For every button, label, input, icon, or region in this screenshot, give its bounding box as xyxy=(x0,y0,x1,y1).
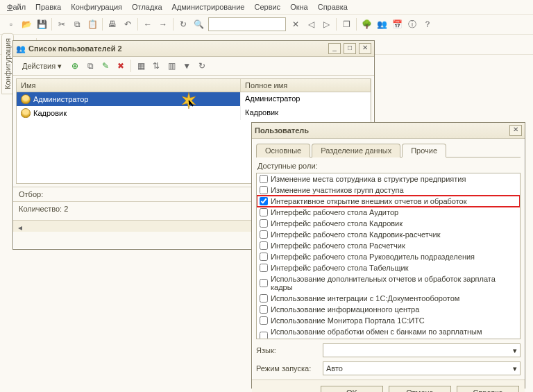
back-icon[interactable]: ← xyxy=(141,17,155,31)
scroll-left-icon[interactable]: ◂ xyxy=(13,221,27,235)
role-checkbox[interactable] xyxy=(260,332,268,339)
role-item[interactable]: Интерфейс рабочего стола Кадровик-расчет… xyxy=(257,229,520,240)
role-item[interactable]: Интерфейс рабочего стола Аудитор xyxy=(257,207,520,218)
users-icon: 👥 xyxy=(16,44,26,53)
role-item[interactable]: Использование информационного центра xyxy=(257,304,520,315)
windows-icon[interactable]: ❐ xyxy=(339,17,353,31)
role-label: Интерфейс рабочего стола Кадровик-расчет… xyxy=(271,230,441,239)
actions-menu[interactable]: Действия ▾ xyxy=(17,60,67,73)
role-checkbox[interactable] xyxy=(260,241,268,250)
sort-icon[interactable]: ⇅ xyxy=(149,59,163,73)
role-item[interactable]: Использование дополнительных отчетов и о… xyxy=(257,273,520,293)
ok-button[interactable]: OK xyxy=(321,386,383,392)
menu-windows[interactable]: Окна xyxy=(290,3,308,11)
cut-icon[interactable]: ✂ xyxy=(55,17,69,31)
edit-icon[interactable]: ✎ xyxy=(99,59,112,73)
cancel-button[interactable]: Отмена xyxy=(389,386,451,392)
user-icon xyxy=(21,94,31,104)
print-icon[interactable]: 🖶 xyxy=(105,17,119,31)
lang-field[interactable]: ▾ xyxy=(323,343,521,357)
tree-icon[interactable]: 🌳 xyxy=(359,17,373,31)
undo-icon[interactable]: ↶ xyxy=(121,17,135,31)
menu-edit[interactable]: Правка xyxy=(35,3,61,11)
role-item[interactable]: Использование Монитора Портала 1С:ИТС xyxy=(257,315,520,326)
launch-mode-field[interactable]: Авто▾ xyxy=(323,361,521,375)
dialog-tabs: Основные Разделение данных Прочие xyxy=(256,143,521,157)
role-checkbox[interactable] xyxy=(260,186,268,194)
save-icon[interactable]: 💾 xyxy=(35,17,49,31)
window-title: Список пользователей 2 xyxy=(28,44,325,53)
info-icon[interactable]: ⓘ xyxy=(405,17,419,31)
copy-icon[interactable]: ⧉ xyxy=(70,17,84,31)
forward-icon[interactable]: → xyxy=(156,17,170,31)
role-checkbox[interactable] xyxy=(260,175,268,183)
col-name[interactable]: Имя xyxy=(17,79,241,92)
role-checkbox[interactable] xyxy=(260,294,268,302)
role-item[interactable]: Интерфейс рабочего стола Табельщик xyxy=(257,262,520,273)
refresh-icon[interactable]: ↻ xyxy=(176,17,190,31)
funnel-icon[interactable]: ▼ xyxy=(180,59,194,73)
user-list-toolbar: Действия ▾ ⊕ ⧉ ✎ ✖ ▦ ⇅ ▥ ▼ ↻ xyxy=(13,57,374,76)
col-fullname[interactable]: Полное имя xyxy=(241,79,371,92)
role-checkbox[interactable] xyxy=(260,305,268,314)
menu-service[interactable]: Сервис xyxy=(254,3,280,11)
menu-help[interactable]: Справка xyxy=(318,3,348,11)
help-button[interactable]: Справка xyxy=(457,386,519,392)
role-label: Интерфейс рабочего стола Руководитель по… xyxy=(271,253,475,261)
role-item[interactable]: Использование обработки обмен с банками … xyxy=(257,326,520,339)
paste-icon[interactable]: 📋 xyxy=(85,17,99,31)
menu-debug[interactable]: Отладка xyxy=(132,3,162,11)
help-icon[interactable]: ？ xyxy=(421,17,434,31)
role-item[interactable]: Изменение участников групп доступа xyxy=(257,185,520,196)
menu-admin[interactable]: Администрирование xyxy=(172,3,245,11)
role-item[interactable]: Интерфейс рабочего стола Руководитель по… xyxy=(257,251,520,262)
tab-other[interactable]: Прочие xyxy=(402,144,446,157)
filter-icon[interactable]: ▦ xyxy=(134,59,148,73)
role-checkbox[interactable] xyxy=(260,279,268,287)
role-checkbox[interactable] xyxy=(260,253,268,261)
add-icon[interactable]: ⊕ xyxy=(68,59,82,73)
minimize-button[interactable]: _ xyxy=(328,43,341,54)
nav-prev-icon[interactable]: ◁ xyxy=(304,17,318,31)
role-label: Использование обработки обмен с банками … xyxy=(271,327,517,339)
role-item[interactable]: Использование интеграции с 1С:Документоо… xyxy=(257,293,520,304)
search-input[interactable] xyxy=(208,17,286,31)
role-label: Изменение участников групп доступа xyxy=(271,186,404,194)
maximize-button[interactable]: □ xyxy=(344,43,356,54)
role-label: Использование интеграции с 1С:Документоо… xyxy=(271,294,459,302)
role-checkbox[interactable] xyxy=(260,208,268,216)
role-item[interactable]: Интерфейс рабочего стола Кадровик xyxy=(257,218,520,229)
role-checkbox[interactable] xyxy=(260,197,268,205)
close-button[interactable]: ✕ xyxy=(359,43,371,54)
role-label: Интерфейс рабочего стола Табельщик xyxy=(271,264,409,272)
reload-icon[interactable]: ↻ xyxy=(195,59,209,73)
table-row[interactable]: Кадровик Кадровик xyxy=(17,106,371,120)
calendar-icon[interactable]: 📅 xyxy=(390,17,404,31)
search-clear-icon[interactable]: ✕ xyxy=(289,17,303,31)
menu-config[interactable]: Конфигурация xyxy=(71,3,122,11)
role-checkbox[interactable] xyxy=(260,264,268,272)
users-icon[interactable]: 👥 xyxy=(375,17,389,31)
nav-next-icon[interactable]: ▷ xyxy=(319,17,333,31)
tab-data-separation[interactable]: Разделение данных xyxy=(312,144,400,157)
open-icon[interactable]: 📂 xyxy=(19,17,33,31)
role-item[interactable]: Интерфейс рабочего стола Расчетчик xyxy=(257,240,520,251)
role-checkbox[interactable] xyxy=(260,230,268,239)
delete-icon[interactable]: ✖ xyxy=(114,59,128,73)
dialog-close-button[interactable]: ✕ xyxy=(509,125,522,136)
menu-file[interactable]: Файл xyxy=(7,3,26,11)
new-icon[interactable]: ▫ xyxy=(4,17,18,31)
table-row[interactable]: Администратор Администратор xyxy=(17,92,371,106)
search-icon[interactable]: 🔍 xyxy=(192,17,205,31)
columns-icon[interactable]: ▥ xyxy=(164,59,178,73)
tab-main[interactable]: Основные xyxy=(256,144,310,157)
role-checkbox[interactable] xyxy=(260,219,268,228)
lang-label: Язык: xyxy=(256,346,319,355)
role-label: Интерфейс рабочего стола Кадровик xyxy=(271,219,403,228)
role-item[interactable]: Интерактивное открытие внешних отчетов и… xyxy=(257,196,520,207)
role-label: Использование информационного центра xyxy=(271,305,419,314)
role-item[interactable]: Изменение места сотрудника в структуре п… xyxy=(257,173,520,185)
role-checkbox[interactable] xyxy=(260,316,268,325)
copy-row-icon[interactable]: ⧉ xyxy=(83,59,97,73)
svg-marker-1 xyxy=(189,101,192,105)
